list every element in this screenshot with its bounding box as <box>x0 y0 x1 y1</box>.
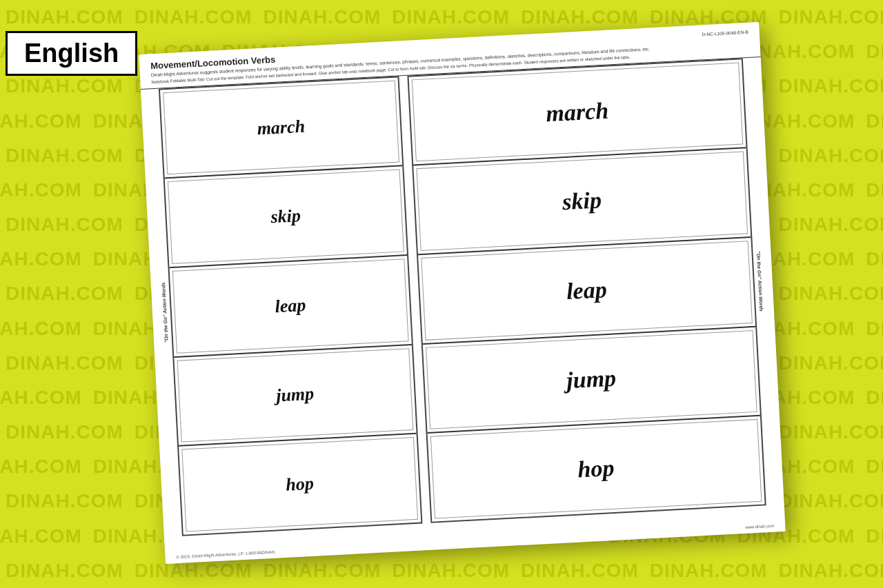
left-card-skip: skip <box>165 167 407 268</box>
left-column: march skip leap jump <box>159 76 422 536</box>
english-label: English <box>6 31 137 76</box>
right-word-hop: hop <box>577 455 615 483</box>
right-word-leap: leap <box>566 276 607 305</box>
left-card-march: march <box>160 77 402 179</box>
left-word-leap: leap <box>275 295 306 317</box>
right-card-march: march <box>408 59 746 166</box>
paper-content: Movement/Locomotion Verbs Dinah-Might Ad… <box>139 22 785 564</box>
left-word-hop: hop <box>286 474 315 496</box>
left-card-leap: leap <box>170 256 412 357</box>
paper-document: Movement/Locomotion Verbs Dinah-Might Ad… <box>139 22 785 564</box>
right-card-jump: jump <box>422 327 760 434</box>
paper-code: D-NC-L105-0048-EN-B <box>666 30 748 39</box>
right-word-skip: skip <box>562 187 602 215</box>
left-card-jump: jump <box>174 345 416 447</box>
right-column: march skip leap jump <box>407 58 766 523</box>
right-word-march: march <box>545 97 609 127</box>
left-word-jump: jump <box>275 384 314 407</box>
right-column-wrapper: march skip leap jump <box>407 57 777 523</box>
left-word-march: march <box>257 116 306 139</box>
left-column-wrapper: "On the Go" Action Words march skip leap <box>148 76 422 536</box>
cards-area: "On the Go" Action Words march skip leap <box>148 57 777 536</box>
right-card-leap: leap <box>418 238 756 345</box>
right-card-hop: hop <box>427 416 764 522</box>
left-card-hop: hop <box>179 434 421 534</box>
right-word-jump: jump <box>566 365 617 394</box>
right-column-label: "On the Go" Action Words <box>753 251 767 312</box>
english-label-text: English <box>24 39 119 68</box>
footer-copyright: © 2016, Dinah-Might Adventures, LP. 1-80… <box>176 550 276 560</box>
footer-url: www.dinah.com <box>745 524 774 529</box>
right-card-skip: skip <box>413 149 751 256</box>
left-word-skip: skip <box>270 205 301 227</box>
